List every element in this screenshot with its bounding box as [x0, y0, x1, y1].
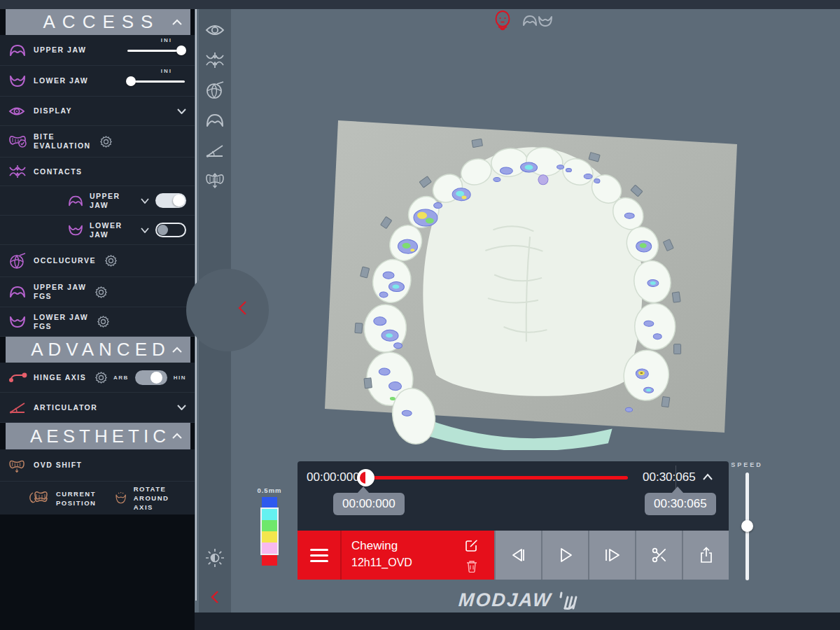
jaw-pair-icon	[522, 13, 553, 29]
export-button[interactable]	[682, 531, 729, 580]
visibility-tool-button[interactable]	[199, 15, 231, 45]
contacts-icon	[8, 164, 34, 179]
top-strip	[0, 0, 840, 9]
upper-jaw-opacity-slider[interactable]: INI	[127, 43, 185, 58]
speed-slider-knob[interactable]	[741, 520, 753, 532]
row-contacts-upper[interactable]: UPPER JAW	[0, 186, 195, 216]
row-bite-evaluation[interactable]: BITEEVALUATION	[0, 126, 195, 158]
legend-highlight-box	[260, 507, 279, 555]
viewport-mode-icons	[493, 10, 553, 31]
articulator-tool-button[interactable]	[199, 135, 231, 165]
rotate-around-axis-button[interactable]: ROTATE AROUNDAXIS	[114, 484, 186, 512]
row-hinge-axis[interactable]: HINGE AXIS ARB HIN	[0, 363, 195, 393]
hinge-axis-toggle[interactable]	[135, 370, 167, 385]
slider-knob[interactable]	[126, 76, 136, 86]
row-upper-jaw-opacity[interactable]: UPPER JAW INI	[0, 35, 195, 66]
contacts-lower-toggle[interactable]	[155, 223, 186, 237]
chevron-up-icon[interactable]	[172, 346, 182, 353]
speed-label: SPEED	[729, 461, 764, 468]
ovd-tool-button[interactable]	[199, 165, 231, 195]
trash-icon	[466, 560, 477, 573]
step-forward-button[interactable]	[588, 531, 635, 580]
edit-icon	[465, 538, 479, 552]
occlucurve-tool-button[interactable]	[199, 75, 231, 105]
end-time-tooltip: 00:30:065	[645, 493, 716, 515]
row-articulator[interactable]: ARTICULATOR	[0, 393, 195, 423]
row-lower-jaw-opacity[interactable]: LOWER JAW INI	[0, 66, 195, 97]
brightness-button[interactable]	[199, 542, 231, 573]
collapse-sidebar-button[interactable]	[238, 300, 247, 316]
chevron-up-icon[interactable]	[172, 19, 182, 25]
step-backward-button[interactable]	[494, 531, 541, 580]
section-header-access[interactable]: ACCESS	[6, 9, 190, 35]
clip-actions	[449, 531, 494, 580]
speed-slider-track[interactable]	[746, 472, 749, 580]
chevron-up-icon[interactable]	[172, 433, 182, 439]
chevron-down-icon[interactable]	[177, 108, 186, 114]
collapse-toolbar-button[interactable]	[199, 582, 231, 612]
contacts-tool-button[interactable]	[199, 45, 231, 75]
current-position-button[interactable]: CURRENTPOSITION	[29, 489, 96, 507]
hinge-hin-label: HIN	[174, 374, 186, 381]
timeline-panel: 00:00:000 00:30:065 00:00:000 00:30:065 …	[298, 461, 729, 580]
delete-clip-button[interactable]	[466, 560, 477, 573]
section-title: AESTHETIC	[26, 426, 170, 447]
section-header-advanced[interactable]: ADVANCED	[6, 337, 190, 363]
row-lower-jaw-fgs[interactable]: LOWER JAWFGS	[0, 307, 195, 337]
edit-clip-button[interactable]	[465, 538, 479, 552]
step-backward-icon	[510, 547, 528, 564]
modjaw-logo: MODJAW	[458, 589, 578, 611]
clip-menu-button[interactable]	[298, 531, 342, 580]
contacts-upper-toggle[interactable]	[155, 193, 186, 208]
legend-color-block	[262, 555, 277, 566]
jaw-pair-button[interactable]	[522, 13, 553, 29]
row-contacts[interactable]: CONTACTS	[0, 158, 195, 186]
lower-jaw-icon	[8, 315, 34, 329]
cut-button[interactable]	[635, 531, 682, 580]
row-occlucurve[interactable]: OCCLUCURVE	[0, 245, 195, 277]
chevron-left-icon	[211, 590, 219, 604]
gear-icon[interactable]	[94, 286, 108, 299]
3d-viewport-model[interactable]	[315, 104, 749, 450]
chevron-down-icon[interactable]	[141, 198, 149, 204]
timeline-track[interactable]	[368, 476, 628, 479]
timeline-playhead[interactable]	[357, 469, 374, 486]
gear-icon[interactable]	[97, 315, 110, 328]
legend-color-scale	[260, 497, 279, 566]
upper-jaw-icon	[67, 195, 90, 207]
legend-color-block	[262, 497, 277, 507]
patient-head-icon	[493, 10, 512, 31]
play-button[interactable]	[541, 531, 588, 580]
contacts-lower-label: LOWER JAW	[90, 221, 141, 239]
timeline-collapse-button[interactable]	[702, 473, 713, 480]
chevron-down-icon[interactable]	[141, 227, 149, 233]
row-ovd-shift[interactable]: OVD SHIFT	[0, 449, 195, 482]
display-eye-icon	[8, 106, 34, 117]
lower-jaw-icon	[67, 224, 90, 237]
gear-icon[interactable]	[99, 135, 113, 148]
upper-jaw-tool-button[interactable]	[199, 105, 231, 135]
row-contacts-lower[interactable]: LOWER JAW	[0, 216, 195, 245]
upper-jaw-icon	[8, 285, 34, 299]
modjaw-app: ACCESS UPPER JAW INI LOWER JAW INI	[0, 0, 840, 630]
lower-jaw-opacity-slider[interactable]: INI	[127, 74, 185, 89]
slider-ini-tag: INI	[161, 37, 172, 43]
rotate-around-axis-label: ROTATE AROUNDAXIS	[134, 484, 186, 512]
share-icon	[698, 546, 715, 564]
slider-knob[interactable]	[176, 46, 186, 55]
gear-icon[interactable]	[104, 254, 118, 267]
slider-track[interactable]	[127, 80, 185, 83]
contacts-icon	[204, 51, 225, 69]
clip-name: Chewing	[351, 539, 449, 553]
section-header-aesthetic[interactable]: AESTHETIC	[6, 423, 190, 449]
row-upper-jaw-fgs[interactable]: UPPER JAWFGS	[0, 277, 195, 307]
upper-jaw-label: UPPER JAW	[34, 46, 86, 55]
speed-control: SPEED	[729, 461, 764, 580]
occlucurve-icon	[8, 253, 34, 270]
gear-icon[interactable]	[94, 371, 108, 384]
articulator-icon	[8, 400, 34, 414]
row-display[interactable]: DISPLAY	[0, 97, 195, 126]
chevron-down-icon[interactable]	[177, 405, 186, 410]
row-aesthetic-actions: CURRENTPOSITION ROTATE AROUNDAXIS	[0, 482, 195, 514]
patient-head-button[interactable]	[493, 10, 512, 31]
